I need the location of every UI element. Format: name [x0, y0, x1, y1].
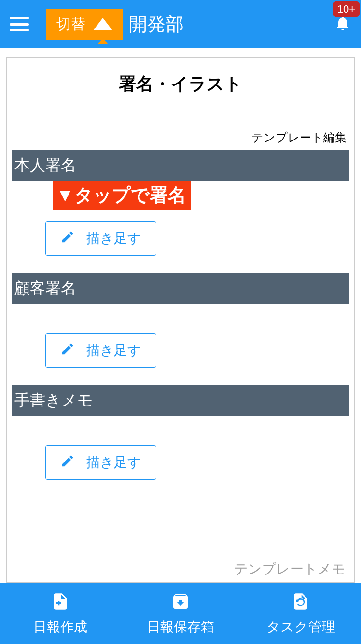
nav-label: タスク管理 [266, 618, 335, 636]
draw-button-label: 描き足す [86, 453, 141, 472]
switch-button[interactable]: 切替 [46, 9, 123, 40]
template-memo-label: テンプレートメモ [12, 558, 349, 578]
restore-icon [291, 591, 310, 614]
nav-task-management[interactable]: タスク管理 [241, 583, 361, 644]
nav-label: 日報保存箱 [147, 618, 214, 636]
pencil-icon [60, 230, 75, 248]
bottom-nav: 日報作成 日報保存箱 タスク管理 [0, 583, 361, 644]
triangle-up-icon [93, 18, 112, 30]
nav-create-report[interactable]: 日報作成 [0, 583, 120, 644]
nav-saved-reports[interactable]: 日報保存箱 [120, 583, 240, 644]
draw-button-self[interactable]: 描き足す [45, 221, 156, 256]
pencil-icon [60, 454, 75, 472]
notification-badge: 10+ [333, 1, 360, 17]
signature-card: 署名・イラスト テンプレート編集 本人署名 ▼タップで署名 描き足す 顧客署名 … [6, 57, 355, 583]
template-edit-link[interactable]: テンプレート編集 [12, 130, 349, 145]
section-body-memo[interactable]: 描き足す [12, 416, 349, 497]
content-area: 署名・イラスト テンプレート編集 本人署名 ▼タップで署名 描き足す 顧客署名 … [0, 48, 361, 583]
draw-button-customer[interactable]: 描き足す [45, 333, 156, 368]
draw-button-memo[interactable]: 描き足す [45, 445, 156, 480]
section-header-self: 本人署名 [12, 150, 349, 181]
header-title: 開発部 [129, 12, 184, 37]
draw-button-label: 描き足す [86, 229, 141, 248]
page-title: 署名・イラスト [12, 72, 349, 96]
section-header-customer: 顧客署名 [12, 273, 349, 304]
app-header: 切替 開発部 10+ [0, 0, 361, 48]
file-plus-icon [51, 591, 70, 614]
archive-icon [171, 591, 190, 614]
nav-label: 日報作成 [33, 618, 87, 636]
tap-hint-label: ▼タップで署名 [53, 181, 191, 210]
pencil-icon [60, 342, 75, 360]
switch-label: 切替 [56, 14, 85, 34]
section-body-self[interactable]: ▼タップで署名 描き足す [12, 181, 349, 273]
draw-button-label: 描き足す [86, 341, 141, 360]
menu-icon[interactable] [10, 17, 29, 31]
notifications-button[interactable]: 10+ [334, 14, 351, 35]
bell-icon [334, 26, 351, 34]
section-body-customer[interactable]: 描き足す [12, 304, 349, 385]
section-header-memo: 手書きメモ [12, 385, 349, 416]
